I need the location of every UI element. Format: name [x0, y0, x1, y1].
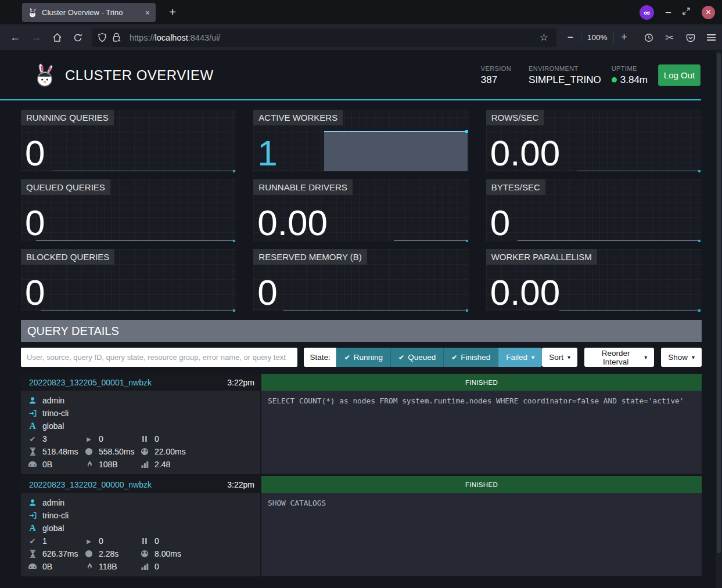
page-scrollbar[interactable]	[716, 51, 722, 588]
stat-label: BLOCKED QUERIES	[21, 249, 114, 265]
tab-close-icon[interactable]: ×	[145, 8, 150, 17]
caret-down-icon: ▾	[692, 355, 695, 360]
clock-icon	[84, 448, 94, 456]
sparkline	[518, 240, 700, 241]
zoom-in-button[interactable]: +	[616, 28, 633, 47]
parallelism: 0	[155, 562, 159, 571]
screenshot-button[interactable]: ✂	[659, 28, 680, 47]
filter-failed-dropdown[interactable]: Failed ▾	[498, 348, 542, 367]
back-button[interactable]: ←	[5, 28, 26, 47]
total-time: 2.28s	[99, 549, 118, 558]
gauge-icon	[140, 550, 149, 558]
filter-queued-button[interactable]: ✔ Queued	[390, 348, 443, 367]
stat-card-running-queries: RUNNING QUERIES 0	[21, 110, 236, 172]
query-text: SHOW CATALOGS	[261, 493, 702, 576]
query-resource-group: global	[42, 421, 64, 431]
filter-finished-button[interactable]: ✔ Finished	[443, 348, 498, 367]
current-memory: 0B	[42, 460, 52, 469]
hourglass-icon	[28, 448, 37, 456]
queued-splits: 0	[155, 434, 159, 443]
query-id-bar: 20220823_132202_00000_nwbzk 3:22pm	[21, 476, 260, 493]
caret-down-icon: ▾	[644, 355, 647, 360]
query-details-header: QUERY DETAILS	[21, 320, 702, 342]
stat-label: RESERVED MEMORY (B)	[253, 249, 367, 265]
logout-button[interactable]: Log Out	[658, 64, 701, 86]
url-host: localhost	[155, 33, 188, 42]
minimize-button[interactable]: –	[666, 7, 671, 17]
wall-time: 518.48ms	[42, 447, 78, 456]
sparkline	[283, 310, 467, 311]
uptime-stat: UPTIME 3.84m	[612, 65, 648, 86]
query-status-bar: FINISHED	[261, 476, 702, 493]
close-window-button[interactable]: ✕	[702, 6, 715, 19]
completed-splits: 3	[42, 434, 47, 443]
version-label: VERSION	[481, 65, 511, 72]
fire-icon	[84, 562, 94, 571]
state-label: State:	[304, 348, 336, 367]
parallelism-chart-icon	[140, 563, 149, 570]
window-controls: ∞ – ✕	[640, 0, 722, 24]
sparkline	[394, 240, 467, 241]
sparkline	[53, 171, 235, 171]
scrollbar-thumb[interactable]	[717, 53, 721, 553]
stat-value: 0	[490, 206, 510, 240]
query-search-input[interactable]	[21, 348, 297, 367]
show-dropdown[interactable]: Show ▾	[661, 348, 702, 367]
new-tab-button[interactable]: +	[164, 4, 181, 20]
forward-button[interactable]: →	[26, 28, 46, 47]
stat-value: 0	[25, 276, 45, 310]
browser-window: Cluster Overview - Trino × + ∞ – ✕ ← →	[0, 0, 722, 588]
reorder-interval-dropdown[interactable]: Reorder Interval ▾	[584, 348, 654, 367]
stat-card-worker-parallelism: WORKER PARALLELISM 0.00	[486, 249, 702, 311]
bookmark-star-icon[interactable]: ☆	[537, 31, 551, 44]
gauge-icon	[140, 448, 149, 456]
hamburger-menu-icon	[707, 34, 716, 41]
total-time: 558.50ms	[99, 447, 134, 456]
current-memory: 0B	[42, 562, 52, 571]
check-icon: ✔	[398, 353, 404, 362]
user-icon	[28, 499, 37, 507]
zoom-out-button[interactable]: −	[562, 28, 579, 47]
menu-button[interactable]	[701, 28, 722, 47]
uptime-value: 3.84m	[620, 74, 648, 86]
environment-value: SIMPLE_TRINO	[529, 74, 601, 86]
query-filter-toolbar: State: ✔ Running ✔ Queued ✔ Finished Fa	[21, 348, 702, 367]
home-button[interactable]	[46, 28, 67, 47]
url-bar[interactable]: https://localhost:8443/ui/ ☆	[92, 28, 556, 47]
query-user: admin	[42, 498, 64, 507]
tab-title: Cluster Overview - Trino	[42, 8, 141, 17]
query-id-link[interactable]: 20220823_132205_00001_nwbzk	[29, 378, 227, 387]
stat-value: 0.00	[490, 136, 561, 171]
stat-value: 0	[257, 276, 277, 310]
restore-icon	[683, 8, 690, 15]
pocket-button[interactable]	[680, 28, 701, 47]
resource-group-icon: A	[28, 421, 37, 431]
cpu-time: 22.00ms	[155, 447, 186, 456]
trino-logo	[34, 62, 56, 88]
query-user: admin	[42, 396, 64, 405]
separator	[613, 33, 614, 43]
memory-icon	[28, 461, 37, 468]
query-meta-panel: admin trino-cli Aglobal ✔3 ▶0 0 518.48ms…	[21, 391, 260, 474]
browser-tab[interactable]: Cluster Overview - Trino ×	[22, 3, 156, 22]
completed-splits: 1	[42, 536, 47, 546]
hourglass-icon	[28, 550, 37, 558]
restore-button[interactable]	[683, 7, 690, 17]
stat-card-bytes-sec: BYTES/SEC 0	[486, 179, 702, 241]
sort-dropdown[interactable]: Sort ▾	[542, 348, 577, 367]
stat-value: 0.00	[257, 206, 328, 240]
zoom-level[interactable]: 100%	[584, 33, 611, 42]
queued-splits: 0	[155, 536, 159, 546]
trino-ui-page: CLUSTER OVERVIEW VERSION 387 ENVIRONMENT…	[0, 51, 722, 588]
query-row: 20220823_132202_00000_nwbzk 3:22pm FINIS…	[21, 476, 702, 576]
reload-button[interactable]	[67, 28, 88, 47]
query-id-link[interactable]: 20220823_132202_00000_nwbzk	[29, 480, 227, 489]
history-button[interactable]	[638, 28, 659, 47]
filter-running-button[interactable]: ✔ Running	[336, 348, 390, 367]
query-time: 3:22pm	[227, 378, 254, 387]
stat-label: BYTES/SEC	[486, 179, 545, 195]
check-icon: ✔	[344, 353, 350, 362]
version-stat: VERSION 387	[481, 65, 511, 86]
version-value: 387	[481, 74, 511, 86]
stat-label: ACTIVE WORKERS	[253, 110, 343, 125]
